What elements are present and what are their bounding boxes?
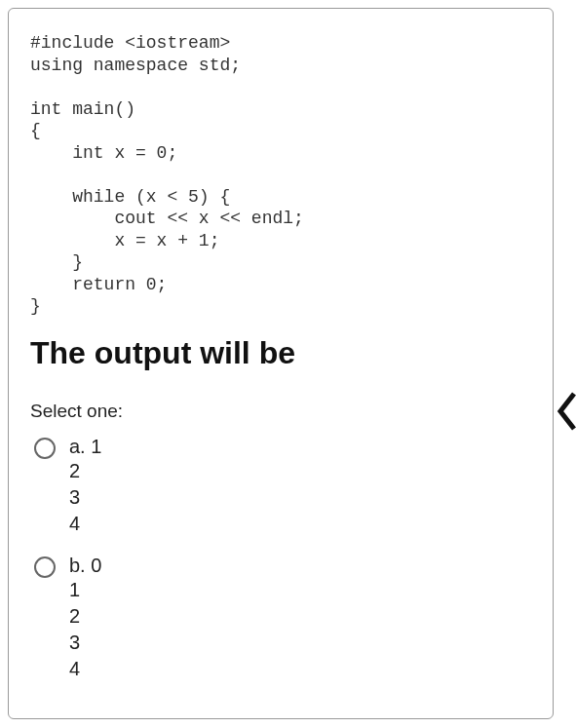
option-a-lines: 2 3 4 xyxy=(69,458,101,537)
option-a-label: a. xyxy=(69,436,86,457)
option-b-lines: 1 2 3 4 xyxy=(69,577,101,682)
option-b-body: b. 0 1 2 3 4 xyxy=(69,555,101,682)
option-a-first: 1 xyxy=(91,436,101,457)
code-block: #include <iostream> using namespace std;… xyxy=(30,32,531,318)
radio-a[interactable] xyxy=(34,438,56,459)
question-card: #include <iostream> using namespace std;… xyxy=(8,8,554,719)
option-b[interactable]: b. 0 1 2 3 4 xyxy=(30,555,531,682)
option-a[interactable]: a. 1 2 3 4 xyxy=(30,436,531,537)
option-b-label: b. xyxy=(69,555,86,576)
option-b-first: 0 xyxy=(91,555,101,576)
chevron-left-icon[interactable] xyxy=(555,390,576,433)
question-heading: The output will be xyxy=(30,335,531,371)
option-a-body: a. 1 2 3 4 xyxy=(69,436,101,537)
select-prompt: Select one: xyxy=(30,401,531,422)
radio-b[interactable] xyxy=(34,556,56,578)
